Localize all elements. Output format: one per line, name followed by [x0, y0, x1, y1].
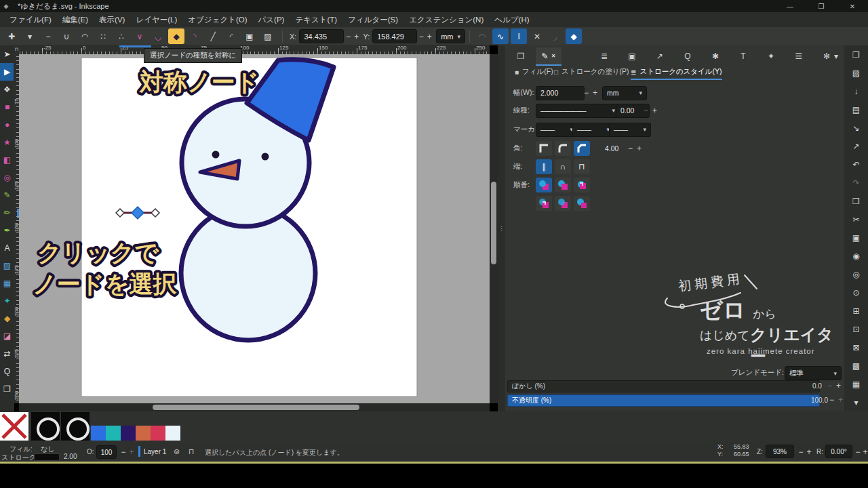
clone-icon[interactable]: ⊡ [844, 320, 868, 338]
ungroup-icon[interactable]: ▦ [844, 375, 868, 393]
join-nodes-button[interactable]: ∪ [58, 28, 75, 44]
pen-tool-icon[interactable]: ✏ [0, 204, 14, 222]
node-tool-icon[interactable]: ▶ [0, 63, 14, 81]
width-plus-button[interactable]: + [593, 88, 597, 98]
round-cap-button[interactable]: ∩ [555, 159, 571, 174]
zoom-drawing-icon[interactable]: ◉ [844, 247, 868, 265]
layer-lock-icon[interactable]: ⊓ [189, 447, 195, 456]
zoom-minus-button[interactable]: − [797, 447, 805, 457]
break-nodes-button[interactable]: ∷ [95, 28, 111, 44]
selector-tool-icon[interactable]: ➤ [0, 45, 14, 63]
group-icon[interactable]: ▩ [844, 357, 868, 375]
restore-button[interactable]: ❐ [810, 0, 833, 12]
tab-overflow-chevron-icon[interactable]: ▾ [829, 47, 843, 64]
object-to-path-button[interactable]: ▣ [241, 28, 258, 44]
menu-path[interactable]: パス(P) [253, 13, 290, 27]
delete-segment-button[interactable]: ∴ [113, 28, 130, 44]
blur-slider[interactable]: ぼかし (%) [507, 380, 820, 392]
corner-node-button[interactable]: ∨ [132, 28, 148, 44]
gradient-tool-icon[interactable]: ▧ [0, 257, 14, 274]
save-document-icon[interactable]: ↓ [844, 82, 868, 100]
marker-start-select[interactable]: —— ▾ [536, 123, 578, 137]
tab-export[interactable]: ↗ [647, 47, 673, 64]
blur-plus-button[interactable]: + [836, 381, 841, 390]
ruler-lock-icon[interactable]: ⊓ [14, 45, 19, 54]
paint-order-6-button[interactable] [574, 196, 590, 211]
open-document-icon[interactable]: ▨ [844, 64, 868, 82]
palette-color-indigo[interactable] [121, 426, 136, 441]
miter-plus-button[interactable]: + [637, 144, 642, 153]
pencil-tool-icon[interactable]: ✎ [0, 186, 14, 204]
export-icon[interactable]: ↗ [844, 137, 868, 155]
box3d-tool-icon[interactable]: ◧ [0, 151, 14, 169]
paint-order-2-button[interactable] [555, 178, 571, 192]
insert-node-menu-button[interactable]: ▾ [22, 28, 38, 44]
no-color-swatch[interactable] [0, 412, 28, 441]
dropper-tool-icon[interactable]: ✦ [0, 292, 14, 310]
miter-minus-button[interactable]: − [628, 144, 633, 153]
marker-mid-select[interactable]: —— ▾ [572, 123, 614, 137]
spiral-tool-icon[interactable]: ◎ [0, 169, 14, 186]
miter-join-button[interactable] [536, 141, 552, 156]
smooth-node-button[interactable]: ◡ [150, 28, 166, 44]
rectangle-tool-icon[interactable]: ■ [0, 98, 14, 116]
ellipse-tool-icon[interactable]: ● [0, 116, 14, 134]
dash-offset-plus-button[interactable]: + [652, 106, 657, 115]
join-with-segment-button[interactable]: ◠ [77, 28, 93, 44]
symmetric-node-button[interactable]: ◆ [168, 28, 184, 44]
zoom-page-icon[interactable]: ◎ [844, 265, 868, 283]
new-document-icon[interactable]: ❐ [844, 45, 868, 64]
stroke-color-swatch[interactable] [34, 453, 60, 461]
snowman-right-eye[interactable] [262, 153, 269, 161]
undo-icon[interactable]: ↶ [844, 155, 868, 174]
tab-xml-editor[interactable]: ✦ [758, 47, 784, 64]
horizontal-scrollbar-thumb[interactable] [153, 405, 359, 410]
blur-minus-button[interactable]: − [827, 381, 832, 390]
opacity-minus-button[interactable]: − [829, 395, 834, 405]
tab-align[interactable]: ☰ [786, 47, 812, 64]
x-coord-input[interactable]: 34.435 [299, 29, 344, 43]
show-bezier-handles-toggle[interactable]: ∿ [492, 28, 509, 44]
layer-visibility-eye-icon[interactable]: ⊚ [174, 447, 180, 456]
drawing-canvas[interactable]: 対称ノード クリックで ノードを選択 [19, 54, 490, 403]
copy-icon[interactable]: ❒ [844, 192, 868, 210]
opacity-plus-button[interactable]: + [838, 395, 843, 405]
edit-mask-toggle[interactable]: ◞ [547, 28, 564, 44]
swatch-ring-2[interactable] [61, 412, 90, 441]
zoom-tool-icon[interactable]: Q [0, 363, 14, 380]
width-minus-button[interactable]: − [584, 88, 589, 98]
rotation-input[interactable]: 0.00° [825, 445, 852, 458]
horizontal-scrollbar[interactable] [19, 403, 490, 411]
document-palette[interactable] [91, 426, 180, 441]
opacity-slider[interactable]: 不透明度 (%) [507, 394, 820, 407]
pages-tool-icon[interactable]: ❐ [0, 380, 14, 398]
square-cap-button[interactable]: ⊓ [574, 159, 590, 174]
tab-symbols[interactable]: ✱ [703, 47, 728, 64]
x-coords-icon[interactable]: ✕ [529, 28, 545, 44]
palette-color-snow[interactable] [165, 426, 180, 441]
star-tool-icon[interactable]: ★ [0, 134, 14, 151]
menu-file[interactable]: ファイル(F) [4, 13, 57, 27]
tab-layers[interactable]: ≣ [591, 47, 617, 64]
palette-color-salmon[interactable] [136, 426, 151, 441]
insert-node-button[interactable]: ✚ [3, 28, 20, 44]
x-minus-button[interactable]: − [344, 32, 352, 41]
paint-order-1-button[interactable] [536, 178, 552, 192]
dash-pattern-select[interactable]: ——————— ▾ [536, 104, 620, 118]
paste-icon[interactable]: ▣ [844, 228, 868, 247]
stroke-unit-select[interactable]: mm ▾ [602, 86, 647, 100]
menu-extensions[interactable]: エクステンション(N) [403, 13, 489, 27]
paint-order-3-button[interactable] [574, 178, 590, 192]
paint-order-4-button[interactable] [536, 196, 552, 211]
curve-segment-button[interactable]: ◜ [223, 28, 239, 44]
show-transform-handles-toggle[interactable]: ◆ [566, 28, 582, 44]
palette-color-blue[interactable] [91, 426, 106, 441]
dash-offset-minus-button[interactable]: − [644, 106, 648, 115]
tab-find[interactable]: Q [675, 47, 701, 64]
subtab-stroke-style[interactable]: ≣ ストロークのスタイル(Y) [631, 65, 722, 80]
vertical-scrollbar[interactable] [490, 54, 498, 403]
close-tab-icon[interactable]: ✕ [551, 53, 556, 59]
menu-filters[interactable]: フィルター(S) [342, 13, 403, 27]
stroke-width-input[interactable]: 2.000 [536, 86, 585, 100]
auto-node-button[interactable]: ◝ [186, 28, 203, 44]
